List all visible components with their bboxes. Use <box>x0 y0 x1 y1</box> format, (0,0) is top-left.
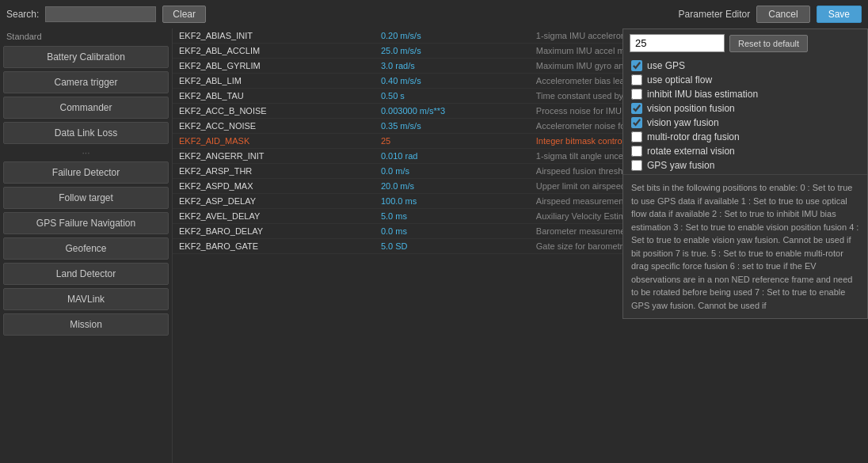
checkbox-item-use-optical-flow[interactable]: use optical flow <box>631 74 859 85</box>
overlay-panel: Reset to default use GPSuse optical flow… <box>622 28 868 319</box>
sidebar-item-camera-trigger[interactable]: Camera trigger <box>3 71 169 93</box>
checkbox-6[interactable] <box>631 146 642 157</box>
sidebar-item-battery-calibration[interactable]: Battery Calibration <box>3 46 169 68</box>
param-name: EKF2_AID_MASK <box>173 134 375 149</box>
param-value: 5.0 ms <box>375 209 530 224</box>
param-value: 0.40 m/s/s <box>375 74 530 89</box>
main-content: Standard Battery Calibration Camera trig… <box>0 28 868 463</box>
cancel-button[interactable]: Cancel <box>756 6 809 23</box>
checkbox-5[interactable] <box>631 131 642 142</box>
param-value: 25.0 m/s/s <box>375 44 530 59</box>
reset-to-default-button[interactable]: Reset to default <box>729 35 808 52</box>
sidebar-dots: ··· <box>0 146 172 160</box>
checkbox-4[interactable] <box>631 117 642 128</box>
checkbox-label-5: multi-rotor drag fusion <box>647 131 740 142</box>
param-value: 0.35 m/s/s <box>375 119 530 134</box>
param-name: EKF2_AVEL_DELAY <box>173 209 375 224</box>
param-name: EKF2_ABL_LIM <box>173 74 375 89</box>
checkbox-label-1: use optical flow <box>647 74 712 85</box>
checkbox-1[interactable] <box>631 74 642 85</box>
param-value: 0.0 ms <box>375 224 530 239</box>
param-name: EKF2_BARO_DELAY <box>173 224 375 239</box>
sidebar: Standard Battery Calibration Camera trig… <box>0 28 173 463</box>
table-area: EKF2_ABIAS_INIT 0.20 m/s/s 1-sigma IMU a… <box>173 28 868 463</box>
description-text: Set bits in the following positions to e… <box>623 174 867 318</box>
checkbox-item-multi-rotor-drag-fusion[interactable]: multi-rotor drag fusion <box>631 131 859 142</box>
overlay-value-input[interactable] <box>630 34 725 52</box>
checkbox-list: use GPSuse optical flowinhibit IMU bias … <box>623 57 867 174</box>
checkbox-7[interactable] <box>631 160 642 171</box>
checkbox-item-vision-yaw-fusion[interactable]: vision yaw fusion <box>631 117 859 128</box>
checkbox-label-6: rotate external vision <box>647 146 735 157</box>
param-name: EKF2_ABL_GYRLIM <box>173 59 375 74</box>
sidebar-item-failure-detector[interactable]: Failure Detector <box>3 161 169 184</box>
param-name: EKF2_ACC_B_NOISE <box>173 104 375 119</box>
sidebar-item-commander[interactable]: Commander <box>3 97 169 119</box>
param-value: 20.0 m/s <box>375 179 530 194</box>
sidebar-item-land-detector[interactable]: Land Detector <box>3 263 169 285</box>
param-name: EKF2_ANGERR_INIT <box>173 149 375 164</box>
param-value: 0.010 rad <box>375 149 530 164</box>
param-value: 25 <box>375 134 530 149</box>
param-value: 0.003000 m/s**3 <box>375 104 530 119</box>
param-value: 0.20 m/s/s <box>375 28 530 44</box>
param-name: EKF2_ARSP_THR <box>173 164 375 179</box>
param-name: EKF2_ASP_DELAY <box>173 194 375 209</box>
save-button[interactable]: Save <box>817 6 862 23</box>
sidebar-item-follow-target[interactable]: Follow target <box>3 187 169 209</box>
checkbox-2[interactable] <box>631 89 642 100</box>
clear-button[interactable]: Clear <box>162 6 206 23</box>
param-name: EKF2_BARO_GATE <box>173 239 375 254</box>
sidebar-item-gps-failure-nav[interactable]: GPS Failure Navigation <box>3 212 169 234</box>
param-value: 0.0 m/s <box>375 164 530 179</box>
checkbox-item-vision-position-fusion[interactable]: vision position fusion <box>631 103 859 114</box>
sidebar-item-geofence[interactable]: Geofence <box>3 237 169 260</box>
param-editor-bar: Parameter Editor Cancel Save <box>679 6 862 23</box>
param-value: 100.0 ms <box>375 194 530 209</box>
top-bar: Search: Clear Parameter Editor Cancel Sa… <box>0 0 868 28</box>
sidebar-item-mavlink[interactable]: MAVLink <box>3 288 169 310</box>
param-name: EKF2_ABL_ACCLIM <box>173 44 375 59</box>
param-name: EKF2_ABL_TAU <box>173 89 375 104</box>
checkbox-label-2: inhibit IMU bias estimation <box>647 89 758 100</box>
param-name: EKF2_ACC_NOISE <box>173 119 375 134</box>
checkbox-item-use-gps[interactable]: use GPS <box>631 60 859 71</box>
param-editor-label: Parameter Editor <box>679 9 751 20</box>
checkbox-label-0: use GPS <box>647 60 685 71</box>
param-name: EKF2_ABIAS_INIT <box>173 28 375 44</box>
checkbox-label-4: vision yaw fusion <box>647 117 719 128</box>
checkbox-0[interactable] <box>631 60 642 71</box>
checkbox-label-7: GPS yaw fusion <box>647 160 714 171</box>
param-name: EKF2_ASPD_MAX <box>173 179 375 194</box>
search-input[interactable] <box>45 6 156 22</box>
checkbox-label-3: vision position fusion <box>647 103 735 114</box>
sidebar-section-label: Standard <box>0 28 172 44</box>
overlay-input-row: Reset to default <box>623 29 867 57</box>
checkbox-item-inhibit-imu-bias-estimation[interactable]: inhibit IMU bias estimation <box>631 89 859 100</box>
checkbox-item-gps-yaw-fusion[interactable]: GPS yaw fusion <box>631 160 859 171</box>
sidebar-item-mission[interactable]: Mission <box>3 313 169 336</box>
sidebar-item-data-link-loss[interactable]: Data Link Loss <box>3 122 169 144</box>
param-value: 5.0 SD <box>375 239 530 254</box>
checkbox-item-rotate-external-vision[interactable]: rotate external vision <box>631 146 859 157</box>
checkbox-3[interactable] <box>631 103 642 114</box>
param-value: 3.0 rad/s <box>375 59 530 74</box>
param-value: 0.50 s <box>375 89 530 104</box>
search-label: Search: <box>6 9 39 20</box>
